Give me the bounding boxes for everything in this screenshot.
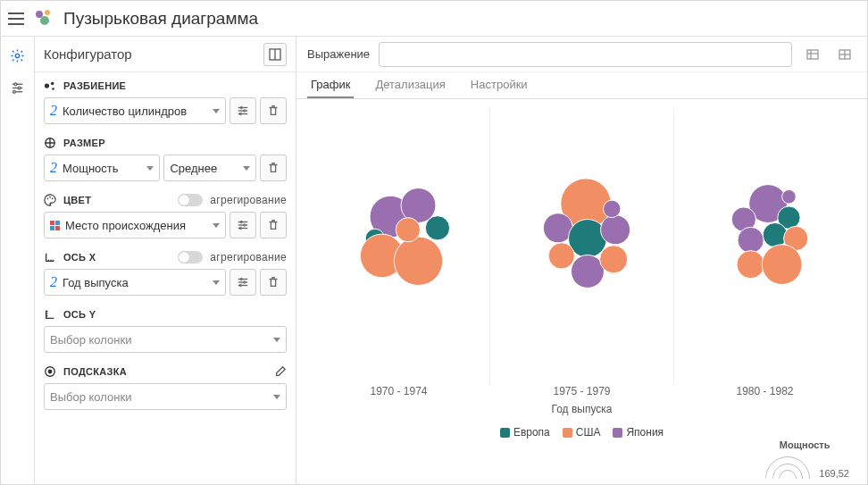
svg-point-13 <box>51 82 54 86</box>
chevron-down-icon <box>243 166 250 171</box>
configurator-panel: Конфигуратор РАЗБИЕНИЕ 2 Количество цили… <box>35 37 296 484</box>
chevron-down-icon <box>273 395 280 399</box>
x-settings-button[interactable] <box>230 269 256 296</box>
numeric-type-icon: 2 <box>50 160 57 176</box>
split-icon <box>44 79 56 92</box>
toolbar-button-1[interactable] <box>801 43 824 66</box>
bubble[interactable] <box>604 200 621 217</box>
axis-x-icon <box>44 251 56 263</box>
svg-point-3 <box>15 54 19 57</box>
section-tooltip: ПОДСКАЗКА <box>44 365 287 378</box>
bubble[interactable] <box>425 216 449 240</box>
chart-panel <box>674 108 856 385</box>
bubble[interactable] <box>737 251 764 279</box>
bubble[interactable] <box>549 243 575 269</box>
bubble[interactable] <box>396 218 420 242</box>
legend-item[interactable]: США <box>563 426 601 439</box>
split-settings-button[interactable] <box>230 97 256 124</box>
size-agg-select[interactable]: Среднее <box>163 155 256 181</box>
svg-point-9 <box>13 90 16 93</box>
chart-area: 1970 - 19741975 - 19791980 - 1982 Год вы… <box>296 99 867 484</box>
size-field-select[interactable]: 2 Мощность <box>44 155 160 181</box>
chart-panel <box>490 108 673 385</box>
category-label: 1975 - 1979 <box>490 385 673 397</box>
section-x: ОСЬ X агрегирование <box>44 251 287 263</box>
x-delete-button[interactable] <box>260 269 287 296</box>
toolbar-button-2[interactable] <box>833 43 856 66</box>
x-axis-title: Год выпуска <box>307 403 856 415</box>
color-delete-button[interactable] <box>260 212 287 238</box>
svg-point-2 <box>40 16 49 25</box>
layout-toggle-icon[interactable] <box>263 43 287 66</box>
bubble-chart-icon <box>33 6 54 30</box>
bubble[interactable] <box>394 237 442 285</box>
svg-point-24 <box>52 197 54 199</box>
chart-panel <box>307 108 490 385</box>
chevron-down-icon <box>213 280 220 285</box>
expression-input[interactable] <box>379 42 792 67</box>
color-field-select[interactable]: Место происхождения <box>44 212 226 238</box>
page-title: Пузырьковая диаграмма <box>63 9 258 29</box>
size-legend: Мощность 169,52 <box>760 439 849 479</box>
tab-detail[interactable]: Детализация <box>371 72 448 98</box>
chevron-down-icon <box>273 338 280 342</box>
numeric-type-icon: 2 <box>50 274 57 290</box>
configurator-tab-icon[interactable] <box>6 44 29 67</box>
chevron-down-icon <box>213 109 220 113</box>
size-icon <box>44 137 56 149</box>
svg-point-22 <box>47 197 49 199</box>
y-field-select[interactable]: Выбор колонки <box>44 326 287 353</box>
section-y: ОСЬ Y <box>44 308 287 321</box>
bubble[interactable] <box>572 255 605 288</box>
svg-point-5 <box>14 82 17 85</box>
bubble[interactable] <box>738 227 764 253</box>
filters-tab-icon[interactable] <box>6 76 29 99</box>
tabs: График Детализация Настройки <box>296 72 867 99</box>
bubble[interactable] <box>600 246 628 273</box>
color-settings-button[interactable] <box>230 212 256 238</box>
x-field-select[interactable]: 2 Год выпуска <box>44 269 226 296</box>
chevron-down-icon <box>213 223 220 228</box>
category-label: 1980 - 1982 <box>673 385 856 397</box>
bubble[interactable] <box>781 189 796 204</box>
legend-item[interactable]: Европа <box>500 426 550 439</box>
axis-y-icon <box>44 308 56 321</box>
app-header: Пузырьковая диаграмма <box>1 1 867 37</box>
section-split: РАЗБИЕНИЕ <box>44 79 287 92</box>
bubble[interactable] <box>763 222 787 247</box>
chevron-down-icon <box>146 166 154 171</box>
svg-point-14 <box>52 88 54 90</box>
menu-icon[interactable] <box>8 13 24 25</box>
tab-chart[interactable]: График <box>307 72 354 98</box>
svg-point-0 <box>36 11 43 18</box>
svg-point-12 <box>45 83 49 88</box>
x-agg-toggle[interactable] <box>178 251 203 263</box>
tooltip-field-select[interactable]: Выбор колонки <box>44 383 287 410</box>
expression-label: Выражение <box>307 47 370 61</box>
bubble[interactable] <box>601 215 630 245</box>
edit-icon[interactable] <box>274 365 287 378</box>
legend-item[interactable]: Япония <box>613 426 664 439</box>
category-label: 1970 - 1974 <box>307 385 490 397</box>
category-type-icon <box>50 221 60 230</box>
svg-point-7 <box>18 87 21 89</box>
bubble[interactable] <box>762 245 802 285</box>
color-agg-toggle[interactable] <box>178 194 203 206</box>
tooltip-icon <box>44 365 56 378</box>
color-legend: ЕвропаСШАЯпония <box>307 426 856 439</box>
tab-settings[interactable]: Настройки <box>467 72 531 98</box>
section-size: РАЗМЕР <box>44 137 287 149</box>
split-field-select[interactable]: 2 Количество цилиндров <box>44 97 226 124</box>
svg-rect-39 <box>807 50 818 59</box>
svg-point-38 <box>48 370 52 373</box>
svg-point-1 <box>45 10 50 15</box>
numeric-type-icon: 2 <box>50 103 57 119</box>
svg-point-23 <box>49 197 51 198</box>
split-delete-button[interactable] <box>260 97 287 124</box>
palette-icon <box>44 194 56 206</box>
main-area: Выражение График Детализация Настройки 1… <box>296 37 867 484</box>
configurator-title: Конфигуратор <box>44 46 132 62</box>
size-delete-button[interactable] <box>260 155 287 181</box>
section-color: ЦВЕТ агрегирование <box>44 194 287 206</box>
left-rail <box>1 37 35 484</box>
